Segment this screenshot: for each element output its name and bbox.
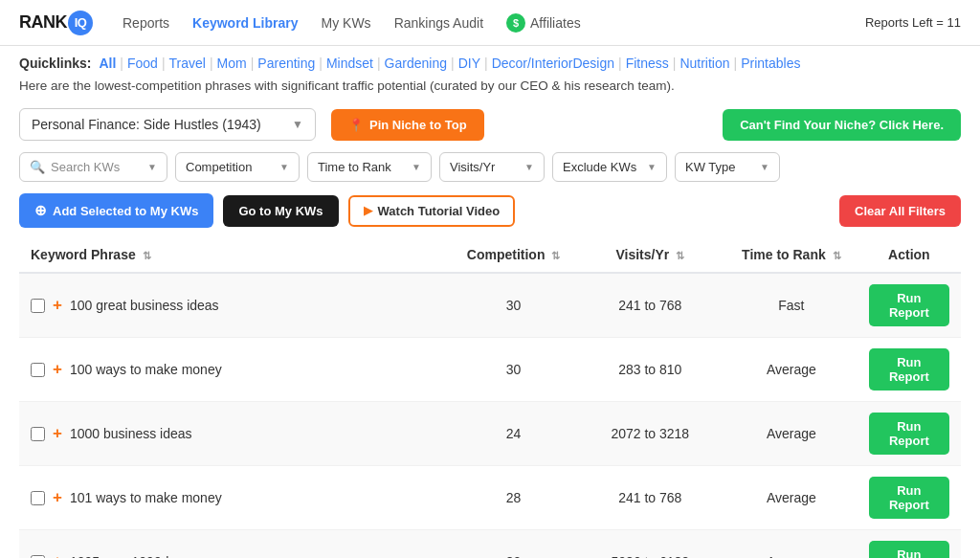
- pin-niche-button[interactable]: 📍 Pin Niche to Top: [331, 109, 484, 141]
- clear-filters-button[interactable]: Clear All Filters: [839, 195, 961, 227]
- row-checkbox[interactable]: [31, 299, 45, 313]
- nav-reports[interactable]: Reports: [122, 15, 169, 31]
- quicklink-all[interactable]: All: [99, 56, 116, 71]
- competition-cell: 30: [453, 338, 575, 402]
- nav-my-kws[interactable]: My KWs: [322, 15, 371, 31]
- row-plus-icon[interactable]: +: [53, 488, 62, 507]
- row-plus-icon[interactable]: +: [53, 552, 62, 558]
- col-header-keyword[interactable]: Keyword Phrase ⇅: [19, 237, 453, 273]
- kw-type-filter[interactable]: KW Type ▼: [675, 152, 780, 182]
- keyword-text: 101 ways to make money: [70, 490, 222, 505]
- add-selected-button[interactable]: ⊕ Add Selected to My KWs: [19, 193, 213, 228]
- timerank-cell: Average: [725, 402, 858, 466]
- time-to-rank-filter[interactable]: Time to Rank ▼: [307, 152, 432, 182]
- action-row: ⊕ Add Selected to My KWs Go to My KWs ▶ …: [0, 188, 980, 237]
- quicklink-mindset[interactable]: Mindset: [326, 56, 373, 71]
- quicklinks-bar: Quicklinks: All | Food | Travel | Mom | …: [0, 46, 980, 75]
- row-plus-icon[interactable]: +: [53, 360, 62, 379]
- run-report-button[interactable]: Run Report: [869, 541, 949, 558]
- niche-row: Personal Finance: Side Hustles (1943) ▼ …: [0, 102, 980, 146]
- visits-arrow-icon: ▼: [524, 162, 534, 172]
- reports-left: Reports Left = 11: [865, 15, 961, 30]
- competition-cell: 30: [453, 530, 575, 559]
- logo-iq-circle: IQ: [68, 11, 93, 35]
- timerank-cell: Average: [725, 338, 858, 402]
- kw-type-label: KW Type: [685, 160, 736, 174]
- visits-cell: 241 to 768: [575, 273, 725, 338]
- row-checkbox[interactable]: [31, 363, 45, 377]
- competition-filter[interactable]: Competition ▼: [175, 152, 300, 182]
- quicklink-decor[interactable]: Decor/InteriorDesign: [492, 56, 614, 71]
- competition-cell: 28: [453, 466, 575, 530]
- visits-cell: 2072 to 3218: [575, 402, 725, 466]
- keyword-text: 100 great business ideas: [70, 298, 219, 313]
- watch-tutorial-button[interactable]: ▶ Watch Tutorial Video: [348, 195, 516, 227]
- kw-type-arrow-icon: ▼: [760, 162, 769, 172]
- quicklink-mom[interactable]: Mom: [217, 56, 247, 71]
- quicklink-travel[interactable]: Travel: [169, 56, 206, 71]
- nav-rankings-audit[interactable]: Rankings Audit: [394, 15, 483, 31]
- quicklink-nutrition[interactable]: Nutrition: [679, 56, 729, 71]
- row-plus-icon[interactable]: +: [53, 296, 62, 315]
- sort-icon-timerank: ⇅: [833, 250, 841, 261]
- timerank-cell: Average: [725, 530, 858, 559]
- timerank-cell: Average: [725, 466, 858, 530]
- table-row: + 1095-c vs 1099-hc 30 5036 to 6182 Aver…: [19, 530, 961, 559]
- exclude-kws-filter[interactable]: Exclude KWs ▼: [552, 152, 667, 182]
- dollar-icon: $: [506, 13, 525, 33]
- col-header-competition[interactable]: Competition ⇅: [453, 237, 575, 273]
- pin-btn-label: Pin Niche to Top: [369, 118, 467, 132]
- table-row: + 100 great business ideas 30 241 to 768…: [19, 273, 961, 338]
- cant-find-button[interactable]: Can't Find Your Niche? Click Here.: [723, 109, 961, 141]
- run-report-button[interactable]: Run Report: [869, 477, 949, 519]
- affiliates-label: Affiliates: [530, 15, 581, 31]
- table-row: + 1000 business ideas 24 2072 to 3218 Av…: [19, 402, 961, 466]
- run-report-button[interactable]: Run Report: [869, 348, 949, 391]
- table-row: + 100 ways to make money 30 283 to 810 A…: [19, 338, 961, 402]
- col-header-timerank[interactable]: Time to Rank ⇅: [725, 237, 858, 273]
- quicklink-gardening[interactable]: Gardening: [385, 56, 447, 71]
- niche-value: Personal Finance: Side Hustles (1943): [32, 117, 261, 132]
- sort-icon-competition: ⇅: [551, 250, 560, 261]
- exclude-kws-arrow-icon: ▼: [647, 162, 657, 172]
- row-plus-icon[interactable]: +: [53, 424, 62, 443]
- visits-cell: 283 to 810: [575, 338, 725, 402]
- quicklink-food[interactable]: Food: [127, 56, 158, 71]
- run-report-button[interactable]: Run Report: [869, 413, 949, 455]
- visits-filter[interactable]: Visits/Yr ▼: [439, 152, 545, 182]
- add-btn-label: Add Selected to My KWs: [53, 204, 198, 218]
- filters-row: 🔍 Search KWs ▼ Competition ▼ Time to Ran…: [0, 146, 980, 188]
- tutorial-btn-label: Watch Tutorial Video: [378, 204, 501, 218]
- col-header-visits[interactable]: Visits/Yr ⇅: [575, 237, 725, 273]
- chevron-down-icon: ▼: [292, 118, 303, 131]
- row-checkbox[interactable]: [31, 491, 45, 505]
- run-report-button[interactable]: Run Report: [869, 284, 949, 326]
- search-icon: 🔍: [30, 160, 45, 174]
- visits-cell: 5036 to 6182: [575, 530, 725, 559]
- quicklink-diy[interactable]: DIY: [458, 56, 480, 71]
- niche-dropdown[interactable]: Personal Finance: Side Hustles (1943) ▼: [19, 108, 316, 141]
- time-to-rank-arrow-icon: ▼: [412, 162, 421, 172]
- nav-keyword-library[interactable]: Keyword Library: [192, 15, 298, 31]
- competition-cell: 24: [453, 402, 575, 466]
- quicklinks-label: Quicklinks:: [19, 56, 91, 71]
- quicklink-printables[interactable]: Printables: [741, 56, 800, 71]
- nav-affiliates[interactable]: $ Affiliates: [506, 13, 581, 33]
- pin-icon: 📍: [348, 118, 364, 132]
- logo-rank: RANK: [19, 12, 67, 33]
- quicklink-fitness[interactable]: Fitness: [626, 56, 669, 71]
- logo: RANK IQ: [19, 11, 94, 35]
- row-checkbox[interactable]: [31, 427, 45, 441]
- table-container: Keyword Phrase ⇅ Competition ⇅ Visits/Yr…: [0, 237, 980, 558]
- search-dropdown-arrow: ▼: [147, 162, 157, 172]
- competition-cell: 30: [453, 273, 575, 338]
- quicklink-parenting[interactable]: Parenting: [257, 56, 315, 71]
- keyword-text: 1000 business ideas: [70, 426, 192, 441]
- header: RANK IQ Reports Keyword Library My KWs R…: [0, 0, 980, 46]
- visits-yr-label: Visits/Yr: [450, 160, 495, 174]
- exclude-kws-label: Exclude KWs: [563, 160, 636, 174]
- time-to-rank-label: Time to Rank: [318, 160, 391, 174]
- go-to-my-kws-button[interactable]: Go to My KWs: [223, 195, 338, 227]
- row-checkbox[interactable]: [31, 555, 45, 559]
- search-filter[interactable]: 🔍 Search KWs ▼: [19, 152, 167, 182]
